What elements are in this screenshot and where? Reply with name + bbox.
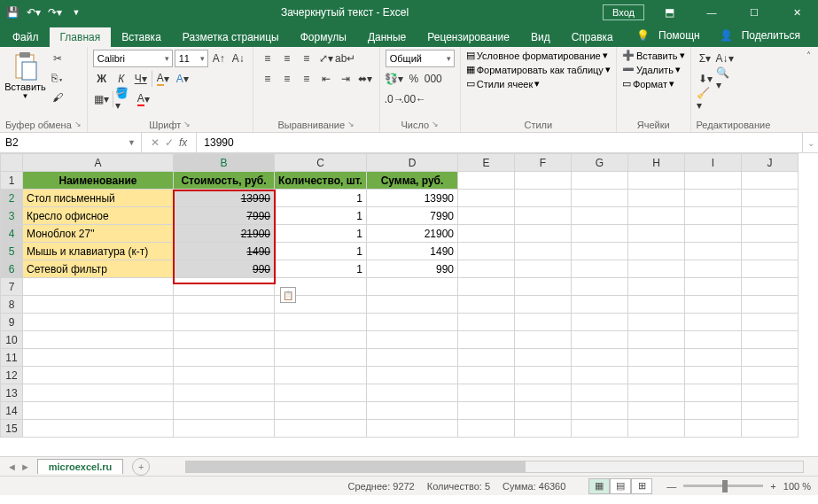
cell[interactable]	[572, 331, 628, 349]
currency-button[interactable]: 💱▾	[386, 70, 403, 88]
cell[interactable]: 1	[275, 207, 367, 225]
cell[interactable]	[742, 420, 799, 438]
cell[interactable]	[742, 225, 799, 243]
row-header[interactable]: 9	[1, 314, 23, 331]
cell[interactable]	[685, 367, 742, 384]
cell[interactable]: 7990	[174, 207, 275, 225]
cell[interactable]	[23, 296, 174, 314]
cell[interactable]	[458, 172, 515, 190]
zoom-out-button[interactable]: —	[666, 481, 676, 492]
cell[interactable]	[458, 384, 515, 402]
cell[interactable]	[515, 402, 572, 420]
sheet-tab[interactable]: microexcel.ru	[37, 459, 124, 474]
cell[interactable]	[742, 243, 799, 260]
cell[interactable]	[572, 278, 628, 296]
format-as-table-button[interactable]: ▦ Форматировать как таблицу▾	[466, 64, 611, 75]
cell[interactable]	[367, 278, 458, 296]
decrease-indent-button[interactable]: ⇤	[317, 70, 335, 88]
cell[interactable]	[458, 225, 515, 243]
cell[interactable]	[23, 314, 174, 331]
cell[interactable]	[515, 260, 572, 278]
cell[interactable]	[275, 402, 367, 420]
font-name-combo[interactable]: Calibri	[93, 50, 173, 67]
cell[interactable]: 990	[174, 260, 275, 278]
cell[interactable]	[628, 402, 685, 420]
cell[interactable]	[174, 349, 275, 367]
table-header-cell[interactable]: Стоимость, руб.	[174, 172, 275, 190]
cell[interactable]	[628, 207, 685, 225]
row-header[interactable]: 8	[1, 296, 23, 314]
tab-review[interactable]: Рецензирование	[417, 27, 520, 47]
cell[interactable]	[742, 314, 799, 331]
underline-button[interactable]: Ч▾	[132, 70, 150, 88]
row-header[interactable]: 13	[1, 384, 23, 402]
column-header[interactable]: E	[458, 154, 515, 172]
cell[interactable]	[23, 384, 174, 402]
cell[interactable]	[458, 207, 515, 225]
paste-options-icon[interactable]: 📋	[280, 287, 296, 303]
cell[interactable]	[742, 296, 799, 314]
wrap-text-button[interactable]: ab↵	[337, 50, 354, 67]
cell[interactable]	[685, 314, 742, 331]
align-center-button[interactable]: ≡	[278, 70, 296, 88]
cell[interactable]: 1	[275, 190, 367, 207]
cell[interactable]	[742, 402, 799, 420]
cell[interactable]	[515, 172, 572, 190]
align-bottom-button[interactable]: ≡	[298, 50, 316, 67]
cell[interactable]	[515, 296, 572, 314]
cell[interactable]	[572, 172, 628, 190]
format-cells-button[interactable]: ▭ Формат▾	[622, 78, 674, 89]
cell[interactable]	[367, 296, 458, 314]
cell[interactable]: 21900	[174, 225, 275, 243]
cell[interactable]	[174, 367, 275, 384]
name-box[interactable]: B2▼	[0, 133, 142, 152]
cell[interactable]: Кресло офисное	[23, 207, 174, 225]
share-button[interactable]: 👤 Поделиться	[714, 24, 811, 47]
cell[interactable]	[174, 331, 275, 349]
normal-view-button[interactable]: ▦	[588, 478, 610, 494]
zoom-slider[interactable]	[683, 485, 763, 487]
cell[interactable]	[458, 190, 515, 207]
increase-font-button[interactable]: A↑	[210, 50, 228, 67]
cell[interactable]	[458, 367, 515, 384]
tab-formulas[interactable]: Формулы	[290, 27, 357, 47]
cell[interactable]: 7990	[367, 207, 458, 225]
cell[interactable]	[572, 349, 628, 367]
find-button[interactable]: 🔍▾	[716, 70, 734, 88]
cell[interactable]: 1490	[367, 243, 458, 260]
cell[interactable]	[685, 349, 742, 367]
row-header[interactable]: 12	[1, 367, 23, 384]
cell[interactable]: 990	[367, 260, 458, 278]
cell[interactable]	[515, 314, 572, 331]
cell[interactable]	[515, 384, 572, 402]
cell[interactable]	[742, 260, 799, 278]
cell[interactable]	[174, 384, 275, 402]
cell[interactable]	[515, 190, 572, 207]
cell[interactable]: Стол письменный	[23, 190, 174, 207]
number-format-combo[interactable]: Общий	[386, 50, 455, 67]
cell[interactable]	[628, 367, 685, 384]
cell[interactable]	[628, 296, 685, 314]
cell[interactable]	[275, 349, 367, 367]
formula-input[interactable]: 13990	[197, 133, 802, 152]
cell[interactable]	[685, 331, 742, 349]
table-header-cell[interactable]: Сумма, руб.	[367, 172, 458, 190]
tab-home[interactable]: Главная	[50, 27, 112, 47]
cell[interactable]	[367, 331, 458, 349]
cell[interactable]	[458, 243, 515, 260]
cell[interactable]	[685, 278, 742, 296]
conditional-formatting-button[interactable]: ▤ Условное форматирование▾	[466, 50, 608, 61]
row-header[interactable]: 3	[1, 207, 23, 225]
zoom-level[interactable]: 100 %	[783, 481, 811, 492]
column-header[interactable]: B	[174, 154, 275, 172]
thousands-button[interactable]: 000	[425, 70, 442, 88]
zoom-in-button[interactable]: +	[770, 481, 775, 492]
column-header[interactable]: G	[572, 154, 628, 172]
cell[interactable]	[515, 225, 572, 243]
cell[interactable]	[572, 367, 628, 384]
cell[interactable]	[742, 207, 799, 225]
autosum-button[interactable]: Σ▾	[697, 50, 714, 67]
cut-button[interactable]: ✂	[49, 50, 66, 67]
align-middle-button[interactable]: ≡	[278, 50, 296, 67]
cell[interactable]	[742, 367, 799, 384]
